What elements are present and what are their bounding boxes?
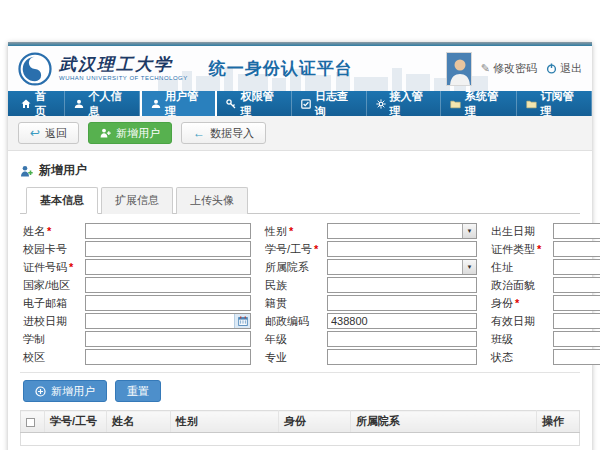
valid-date-date-field: [553, 313, 600, 329]
field-identity: 身份*: [491, 295, 600, 311]
native-place-input[interactable]: [327, 295, 477, 311]
nav-item-label: 订阅管理: [541, 89, 582, 119]
identity-input[interactable]: [553, 295, 600, 311]
table-empty-cell: [21, 433, 580, 446]
valid-date-input[interactable]: [554, 314, 600, 328]
gender-select[interactable]: ▼: [327, 223, 477, 239]
country-region-input[interactable]: [85, 277, 251, 293]
nav-item-label: 权限管理: [240, 89, 282, 119]
back-button[interactable]: ↩ 返回: [18, 122, 79, 144]
logout-link[interactable]: 退出: [546, 61, 582, 76]
field-status: 状态: [491, 349, 600, 365]
field-label-schooling-length: 学制: [23, 332, 85, 347]
field-id-number: 证件号码*: [23, 259, 251, 275]
grade-input[interactable]: [327, 331, 477, 347]
reset-label: 重置: [127, 385, 149, 397]
gear-icon: [376, 99, 386, 109]
col-header-checkbox: [21, 411, 45, 433]
schooling-length-input[interactable]: [85, 331, 251, 347]
required-asterisk: *: [69, 261, 73, 273]
entry-date-input[interactable]: [86, 314, 234, 328]
required-asterisk: *: [47, 225, 51, 237]
field-gender: 性别*▼: [265, 223, 477, 239]
field-address: 住址: [491, 259, 600, 275]
header-user-area: ✎ 修改密码 退出: [446, 52, 582, 86]
nav-bar: 首页个人信息用户管理权限管理日志查询接入管理系统管理订阅管理: [8, 91, 592, 116]
table-header-row: 学号/工号姓名性别身份所属院系操作: [21, 411, 580, 433]
address-input[interactable]: [553, 259, 600, 275]
field-country-region: 国家/地区: [23, 277, 251, 293]
field-label-status: 状态: [491, 350, 553, 365]
field-native-place: 籍贯: [265, 295, 477, 311]
section-title: 新增用户: [39, 162, 87, 179]
id-type-input[interactable]: [553, 241, 600, 257]
field-label-text: 民族: [265, 279, 287, 291]
nav-item-users[interactable]: 用户管理: [140, 91, 218, 116]
field-id-type: 证件类型*: [491, 241, 600, 257]
col-header-operations: 操作: [537, 411, 580, 433]
power-icon: [546, 63, 557, 74]
data-import-button[interactable]: ← 数据导入: [181, 122, 266, 144]
select-all-checkbox[interactable]: [26, 418, 35, 427]
tab-upload-avatar[interactable]: 上传头像: [176, 187, 248, 214]
field-label-text: 学制: [23, 333, 45, 345]
field-label-text: 性别: [265, 225, 287, 237]
field-label-ethnicity: 民族: [265, 278, 327, 293]
required-asterisk: *: [289, 225, 293, 237]
nav-item-access[interactable]: 接入管理: [367, 91, 442, 116]
political-status-input[interactable]: [553, 277, 600, 293]
reset-button[interactable]: 重置: [115, 380, 161, 402]
required-asterisk: *: [537, 243, 541, 255]
required-asterisk: *: [515, 297, 519, 309]
nav-item-system[interactable]: 系统管理: [441, 91, 516, 116]
data-import-label: 数据导入: [210, 127, 254, 139]
field-label-political-status: 政治面貌: [491, 278, 553, 293]
campus-card-no-input[interactable]: [85, 241, 251, 257]
class-input[interactable]: [553, 331, 600, 347]
person-add-icon: [100, 128, 111, 138]
field-label-campus-card-no: 校园卡号: [23, 242, 85, 257]
field-email: 电子邮箱: [23, 295, 251, 311]
user-avatar[interactable]: [446, 52, 472, 86]
email-input[interactable]: [85, 295, 251, 311]
department-select[interactable]: ▼: [327, 259, 477, 275]
col-header-identity: 身份: [279, 411, 351, 433]
field-label-text: 姓名: [23, 225, 45, 237]
change-password-link[interactable]: ✎ 修改密码: [481, 61, 537, 76]
nav-item-permissions[interactable]: 权限管理: [217, 91, 292, 116]
nav-item-logs[interactable]: 日志查询: [292, 91, 367, 116]
ethnicity-input[interactable]: [327, 277, 477, 293]
tab-basic-info[interactable]: 基本信息: [26, 187, 98, 214]
field-label-valid-date: 有效日期: [491, 314, 553, 329]
field-label-student-id: 学号/工号*: [265, 242, 327, 257]
submit-add-user-button[interactable]: 新增用户: [23, 380, 107, 402]
change-password-label: 修改密码: [493, 61, 537, 76]
logout-label: 退出: [560, 61, 582, 76]
name-input[interactable]: [85, 223, 251, 239]
field-label-email: 电子邮箱: [23, 296, 85, 311]
id-number-input[interactable]: [85, 259, 251, 275]
major-input[interactable]: [327, 349, 477, 365]
birth-date-input[interactable]: [554, 224, 600, 238]
app-header: 武汉理工大学 WUHAN UNIVERSITY OF TECHNOLOGY 统一…: [8, 46, 592, 91]
add-user-toolbar-button[interactable]: 新增用户: [88, 122, 172, 144]
field-political-status: 政治面貌: [491, 277, 600, 293]
nav-item-subscription[interactable]: 订阅管理: [517, 91, 592, 116]
campus-input[interactable]: [85, 349, 251, 365]
col-header-department: 所属院系: [351, 411, 537, 433]
status-input[interactable]: [553, 349, 600, 365]
tab-extended-info[interactable]: 扩展信息: [101, 187, 173, 214]
nav-item-profile[interactable]: 个人信息: [65, 91, 140, 116]
calendar-icon[interactable]: [234, 314, 250, 328]
field-schooling-length: 学制: [23, 331, 251, 347]
postal-code-input[interactable]: [327, 313, 477, 329]
field-label-text: 状态: [491, 351, 513, 363]
home-icon: [21, 99, 31, 109]
field-label-name: 姓名*: [23, 224, 85, 239]
field-postal-code: 邮政编码: [265, 313, 477, 329]
student-id-input[interactable]: [327, 241, 477, 257]
toolbar: ↩ 返回 新增用户 ← 数据导入: [8, 116, 592, 151]
field-label-text: 籍贯: [265, 297, 287, 309]
field-label-text: 国家/地区: [23, 279, 70, 291]
nav-item-home[interactable]: 首页: [12, 91, 65, 116]
